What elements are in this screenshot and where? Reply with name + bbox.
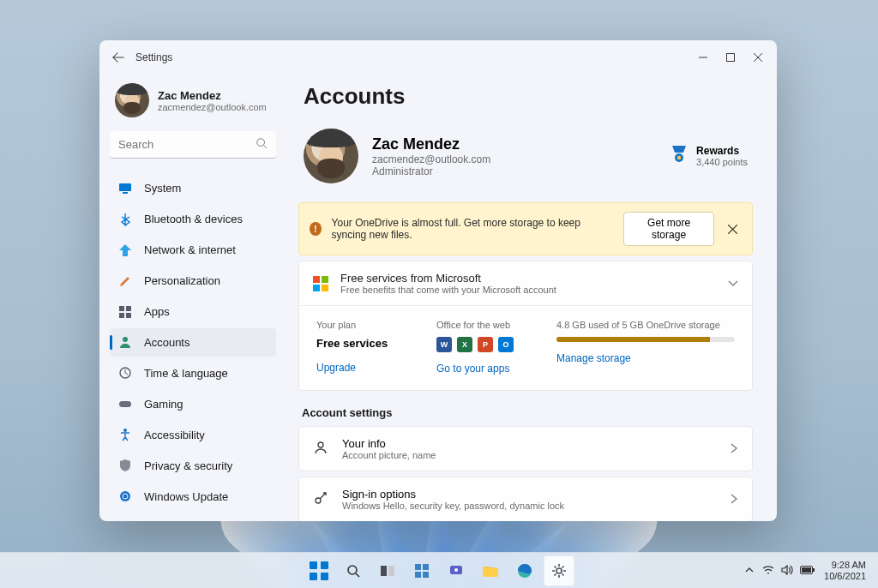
search-box[interactable]	[110, 131, 276, 159]
sidebar-item-label: Windows Update	[144, 490, 228, 503]
banner-close-button[interactable]	[725, 219, 742, 239]
sidebar-item-bluetooth[interactable]: Bluetooth & devices	[110, 205, 276, 234]
sidebar-item-label: Personalization	[144, 274, 220, 287]
profile-block[interactable]: Zac Mendez zacmendez@outlook.com	[115, 83, 271, 117]
profile-name: Zac Mendez	[158, 89, 267, 102]
setting-subtitle: Windows Hello, security key, password, d…	[342, 501, 564, 511]
plan-value: Free services	[316, 337, 428, 350]
sidebar-item-label: Time & language	[144, 367, 228, 380]
free-services-card: Free services from Microsoft Free benefi…	[298, 261, 753, 391]
task-view-icon	[380, 563, 395, 579]
chat-button[interactable]	[441, 555, 472, 586]
minimize-button[interactable]	[689, 44, 717, 71]
maximize-button[interactable]	[717, 44, 744, 71]
main-content: Accounts Zac Mendez zacmendez@outlook.co…	[286, 75, 777, 521]
avatar-large	[304, 129, 358, 183]
sidebar-item-network[interactable]: Network & internet	[110, 236, 276, 265]
svg-point-15	[318, 442, 323, 447]
chevron-right-icon	[730, 492, 738, 507]
sidebar-item-privacy[interactable]: Privacy & security	[110, 451, 276, 480]
sidebar-item-label: Apps	[144, 305, 170, 318]
svg-rect-20	[388, 566, 394, 576]
sidebar-item-gaming[interactable]: Gaming	[110, 389, 276, 418]
display-icon	[118, 182, 132, 195]
sidebar-item-label: System	[144, 182, 181, 195]
microsoft-logo-icon	[313, 276, 328, 291]
svg-rect-22	[423, 564, 429, 570]
sidebar-item-time[interactable]: Time & language	[110, 358, 276, 387]
go-to-apps-link[interactable]: Go to your apps	[436, 363, 548, 375]
sidebar-item-personalization[interactable]: Personalization	[110, 267, 276, 296]
windows-logo-icon	[310, 561, 328, 580]
sidebar-item-system[interactable]: System	[110, 174, 276, 203]
volume-icon	[781, 565, 793, 577]
start-button[interactable]	[304, 555, 334, 586]
svg-point-14	[677, 156, 681, 159]
rewards-block[interactable]: Rewards 3,440 points	[671, 144, 748, 168]
svg-point-1	[257, 139, 265, 147]
manage-storage-link[interactable]: Manage storage	[556, 352, 735, 364]
hero-email: zacmendez@outlook.com	[372, 153, 490, 165]
svg-rect-5	[126, 306, 131, 311]
search-input[interactable]	[110, 131, 276, 159]
taskbar-time: 9:28 AM	[824, 560, 866, 571]
widgets-button[interactable]	[406, 555, 437, 586]
powerpoint-icon: P	[478, 337, 493, 352]
svg-rect-23	[415, 572, 421, 578]
storage-label: 4.8 GB used of 5 GB OneDrive storage	[556, 320, 735, 330]
person-icon	[118, 335, 132, 349]
folder-icon	[482, 563, 499, 579]
rewards-points: 3,440 points	[696, 157, 748, 167]
setting-title: Your info	[342, 437, 436, 450]
svg-rect-10	[119, 401, 131, 407]
taskbar-search[interactable]	[338, 555, 369, 586]
sidebar-item-accessibility[interactable]: Accessibility	[110, 420, 276, 449]
office-label: Office for the web	[436, 320, 548, 330]
upgrade-link[interactable]: Upgrade	[316, 362, 428, 374]
svg-rect-4	[119, 306, 124, 311]
free-services-header[interactable]: Free services from Microsoft Free benefi…	[299, 261, 752, 306]
window-controls	[689, 44, 772, 71]
storage-progress	[556, 337, 735, 342]
setting-your-info[interactable]: Your info Account picture, name	[298, 426, 753, 471]
close-button[interactable]	[744, 44, 772, 71]
word-icon: W	[436, 337, 452, 352]
settings-taskbar-button[interactable]	[544, 555, 574, 586]
profile-email: zacmendez@outlook.com	[158, 102, 267, 112]
taskbar-clock[interactable]: 9:28 AM 10/6/2021	[824, 560, 866, 581]
get-storage-button[interactable]: Get more storage	[623, 212, 713, 246]
settings-window: Settings Zac Mendez zacmendez@outlook.co…	[99, 40, 777, 521]
setting-title: Sign-in options	[342, 488, 564, 501]
outlook-icon: O	[498, 337, 514, 352]
search-icon	[346, 563, 361, 579]
back-button[interactable]	[105, 44, 132, 71]
chevron-right-icon	[730, 441, 738, 457]
system-tray[interactable]	[762, 565, 815, 577]
sidebar-item-apps[interactable]: Apps	[110, 297, 276, 327]
svg-rect-2	[119, 183, 131, 191]
edge-button[interactable]	[509, 555, 540, 586]
svg-point-28	[556, 568, 562, 573]
card-title: Free services from Microsoft	[340, 272, 556, 285]
taskbar-date: 10/6/2021	[824, 571, 866, 582]
update-icon	[118, 489, 132, 503]
window-title: Settings	[135, 51, 172, 63]
svg-point-18	[348, 566, 357, 574]
warning-icon: !	[310, 222, 322, 236]
sidebar-item-accounts[interactable]: Accounts	[110, 328, 276, 357]
tray-chevron-up-icon[interactable]	[745, 566, 754, 576]
svg-rect-24	[423, 572, 429, 578]
search-icon	[256, 137, 268, 153]
file-explorer-button[interactable]	[475, 555, 506, 586]
person-icon	[313, 440, 328, 459]
sidebar-item-update[interactable]: Windows Update	[110, 482, 276, 511]
battery-icon	[800, 566, 815, 576]
taskbar: 9:28 AM 10/6/2021	[0, 552, 878, 588]
edge-icon	[517, 563, 532, 579]
svg-point-26	[454, 568, 458, 572]
svg-rect-0	[727, 54, 735, 62]
task-view-button[interactable]	[372, 555, 403, 586]
svg-point-8	[123, 337, 128, 342]
onedrive-banner: ! Your OneDrive is almost full. Get more…	[298, 202, 753, 255]
setting-signin-options[interactable]: Sign-in options Windows Hello, security …	[298, 477, 753, 521]
